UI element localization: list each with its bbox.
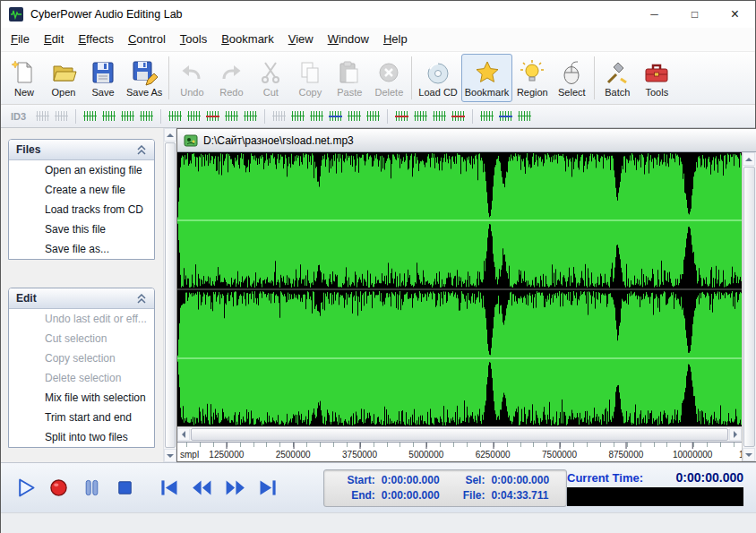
stop-button[interactable] — [109, 472, 141, 503]
files-panel-header[interactable]: Files — [9, 140, 154, 160]
menu-view[interactable]: View — [281, 29, 321, 50]
scroll-up-button[interactable] — [743, 152, 755, 166]
zoom-selection-icon[interactable] — [119, 107, 136, 125]
convert-format-icon[interactable] — [516, 107, 533, 125]
toolbar-separator — [168, 56, 169, 99]
scroll-down-button[interactable] — [743, 448, 755, 461]
spectrum-view-icon[interactable] — [478, 107, 495, 125]
redo-button[interactable]: Redo — [211, 54, 251, 102]
document-titlebar[interactable]: D:\Сайт\разное\rsload.net.mp3 — [177, 129, 756, 152]
skip-to-start-button[interactable] — [153, 472, 185, 503]
waveform-canvas[interactable] — [177, 152, 742, 426]
normalize-icon[interactable] — [204, 107, 221, 125]
zoom-out-icon[interactable] — [100, 107, 117, 125]
zoom-in-icon[interactable] — [82, 107, 99, 125]
region-list-icon[interactable] — [412, 107, 429, 125]
batch-button[interactable]: Batch — [597, 54, 637, 102]
insert-marker-icon[interactable] — [393, 107, 410, 125]
scrollbar-thumb[interactable] — [743, 167, 755, 447]
cut-button[interactable]: Cut — [251, 54, 290, 102]
scroll-left-button[interactable] — [177, 428, 190, 441]
bookmark-button[interactable]: Bookmark — [461, 54, 513, 102]
menu-control[interactable]: Control — [121, 29, 173, 50]
menu-help[interactable]: Help — [376, 29, 415, 50]
scroll-up-button[interactable] — [164, 128, 176, 142]
save-button[interactable]: Save — [83, 54, 123, 102]
sidebar-item-delete-selection[interactable]: Delete selection — [9, 368, 154, 388]
scrollbar-thumb[interactable] — [165, 142, 176, 448]
timeline-ruler: smpl 1250000 2500000 3750000 5000000 625… — [177, 442, 742, 461]
sidebar-scrollbar[interactable] — [163, 128, 176, 462]
arrow-down-icon — [745, 453, 752, 460]
fast-forward-button[interactable] — [219, 472, 251, 503]
open-button[interactable]: Open — [44, 54, 83, 102]
invert-icon[interactable] — [242, 107, 259, 125]
wave-properties-icon[interactable] — [53, 107, 70, 125]
edit-panel-header[interactable]: Edit — [9, 288, 154, 309]
menu-bookmark[interactable]: Bookmark — [214, 29, 281, 50]
scroll-right-button[interactable] — [729, 428, 742, 441]
file-info-icon[interactable] — [34, 107, 51, 125]
horizontal-scrollbar[interactable] — [177, 426, 742, 442]
current-time-label: Current Time: — [567, 471, 643, 485]
sidebar-item-undo-last-edit[interactable]: Undo last edit or eff... — [9, 309, 154, 329]
menu-file[interactable]: File — [4, 29, 37, 50]
collapse-chevron-icon[interactable] — [136, 294, 147, 304]
play-button[interactable] — [10, 472, 41, 503]
pause-button[interactable] — [76, 472, 107, 503]
stop-icon — [113, 476, 137, 500]
load-cd-button[interactable]: Load CD — [415, 54, 460, 102]
transport-bar: Start:0:00:00.000 End:0:00:00.000 Sel:0:… — [1, 462, 756, 512]
sidebar-item-cut-selection[interactable]: Cut selection — [9, 329, 154, 348]
sidebar-item-trim-start-end[interactable]: Trim start and end — [9, 408, 154, 427]
amplify-icon[interactable] — [223, 107, 240, 125]
copy-button[interactable]: Copy — [290, 54, 330, 102]
sidebar-item-create-new-file[interactable]: Create a new file — [9, 180, 154, 200]
zoom-full-icon[interactable] — [138, 107, 155, 125]
minimize-button[interactable]: ─ — [634, 1, 674, 28]
menu-tools[interactable]: Tools — [173, 29, 214, 50]
level-meter-icon[interactable] — [497, 107, 514, 125]
save-as-button[interactable]: Save As — [123, 54, 166, 102]
menu-window[interactable]: Window — [321, 29, 376, 50]
rewind-button[interactable] — [186, 472, 218, 503]
vertical-scrollbar[interactable] — [742, 152, 756, 461]
id3-button[interactable]: ID3 — [6, 109, 30, 124]
noise-reduction-icon[interactable] — [365, 107, 382, 125]
maximize-button[interactable]: □ — [674, 1, 715, 28]
fade-out-icon[interactable] — [185, 107, 202, 125]
sidebar-item-save-this-file[interactable]: Save this file — [9, 219, 154, 239]
region-button[interactable]: Region — [512, 54, 552, 102]
fade-in-icon[interactable] — [167, 107, 184, 125]
reverse-icon[interactable] — [308, 107, 325, 125]
sidebar-item-mix-file-with-selection[interactable]: Mix file with selection — [9, 388, 154, 408]
sidebar-item-load-tracks-cd[interactable]: Load tracks from CD — [9, 200, 154, 219]
collapse-chevron-icon[interactable] — [136, 145, 147, 155]
undo-button[interactable]: Undo — [172, 54, 211, 102]
menu-effects[interactable]: Effects — [71, 29, 121, 50]
silence-icon[interactable] — [271, 107, 288, 125]
select-button[interactable]: Select — [552, 54, 591, 102]
loop-play-icon[interactable] — [431, 107, 448, 125]
record-settings-icon[interactable] — [450, 107, 467, 125]
tools-button[interactable]: Tools — [637, 54, 676, 102]
equalizer-icon[interactable] — [346, 107, 363, 125]
paste-button[interactable]: Paste — [330, 54, 369, 102]
waveform-display[interactable] — [177, 152, 742, 426]
window-titlebar[interactable]: CyberPower Audio Editing Lab ─ □ × — [1, 1, 755, 28]
menu-edit[interactable]: Edit — [37, 29, 71, 50]
sidebar-item-save-file-as[interactable]: Save file as... — [9, 239, 154, 259]
sidebar-item-split-two-files[interactable]: Split into two files — [9, 427, 154, 447]
skip-to-end-button[interactable] — [253, 472, 284, 503]
sidebar-item-open-existing-file[interactable]: Open an existing file — [9, 160, 154, 180]
delete-button[interactable]: Delete — [369, 54, 408, 102]
record-button[interactable] — [43, 472, 74, 503]
new-button[interactable]: New — [4, 54, 44, 102]
trim-icon[interactable] — [289, 107, 306, 125]
scroll-down-button[interactable] — [164, 449, 176, 462]
mouse-icon — [558, 59, 585, 86]
close-button[interactable]: × — [715, 1, 755, 28]
sidebar-item-copy-selection[interactable]: Copy selection — [9, 348, 154, 368]
scrollbar-thumb[interactable] — [191, 428, 728, 441]
echo-icon[interactable] — [327, 107, 344, 125]
